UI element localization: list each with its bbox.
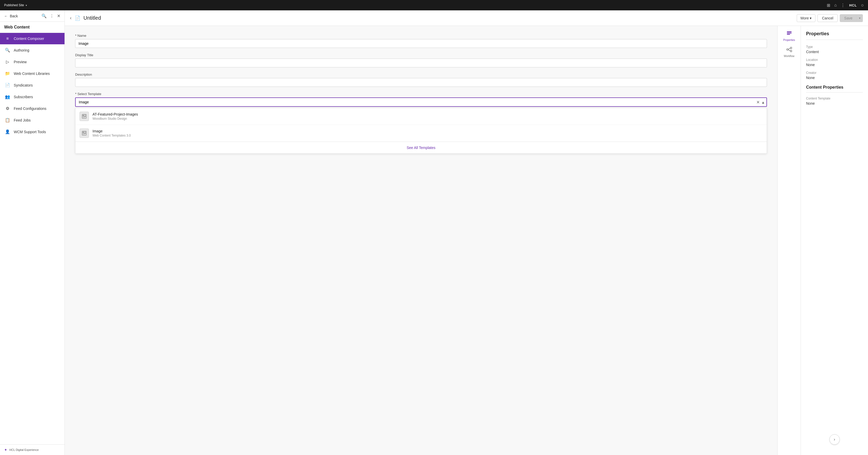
sidebar-header-icons: 🔍 ⋮ ✕ [41, 13, 60, 19]
close-icon[interactable]: ✕ [57, 13, 60, 19]
save-dropdown-button[interactable]: ▾ [857, 14, 863, 22]
prop-location-value: None [806, 63, 863, 67]
svg-rect-4 [83, 117, 86, 117]
hcl-logo: HCL [849, 3, 857, 7]
search-icon[interactable]: 🔍 [41, 13, 46, 19]
template-text-2: Image Web Content Templates 3.0 [93, 129, 131, 137]
navigate-forward-button[interactable]: › [829, 434, 840, 445]
svg-rect-10 [83, 133, 86, 134]
save-button[interactable]: Save [840, 14, 857, 22]
more-dots-icon[interactable]: ⋮ [841, 3, 845, 8]
syndicators-icon: 📄 [5, 83, 10, 88]
preview-icon: ▷ [5, 59, 10, 64]
dropdown-chevron-icon[interactable]: ▾ [26, 4, 27, 7]
template-option-image[interactable]: Image Web Content Templates 3.0 [75, 125, 767, 142]
prop-type-value: Content [806, 50, 863, 54]
description-field-group: Description [75, 72, 767, 87]
prop-content-template-label: Content Template [806, 97, 863, 100]
select-template-wrapper: ✕ ▲ [75, 97, 767, 107]
sidebar-item-label: Feed Configurations [14, 107, 46, 111]
cancel-button[interactable]: Cancel [817, 14, 838, 22]
content-back-button[interactable]: ‹ [70, 15, 71, 21]
template-icon-1 [80, 112, 89, 121]
form-properties-container: * Name Display Title Description * Selec… [65, 26, 868, 455]
right-panel: Properties Workflow Properties Type Cont [777, 26, 868, 455]
properties-icon [786, 31, 792, 37]
home-icon[interactable]: ⌂ [834, 3, 837, 7]
user-icon[interactable]: ○ [861, 3, 864, 8]
template-name-2: Image [93, 129, 131, 133]
select-chevron-icon[interactable]: ▲ [761, 100, 765, 104]
sidebar-nav: ≡ Content Composer 🔍 Authoring ▷ Preview… [0, 33, 64, 444]
feed-config-icon: ⚙ [5, 106, 10, 111]
see-all-templates-link[interactable]: See All Templates [75, 142, 767, 153]
sidebar-item-subscribers[interactable]: 👥 Subscribers [0, 91, 64, 102]
name-field-group: * Name [75, 34, 767, 48]
back-button[interactable]: ← Back [4, 14, 18, 18]
display-title-input[interactable] [75, 59, 767, 67]
svg-line-19 [788, 50, 790, 51]
back-label: Back [10, 14, 18, 18]
sidebar-item-label: Subscribers [14, 95, 33, 99]
sidebar-item-label: Feed Jobs [14, 118, 31, 122]
template-text-1: AT-Featured-Project-Images Woodburn Stud… [93, 112, 138, 120]
panel-tab-workflow[interactable]: Workflow [778, 44, 801, 60]
wcm-tools-icon: 👤 [5, 129, 10, 134]
footer-label: HCL Digital Experience [9, 448, 39, 451]
select-icons: ✕ ▲ [756, 100, 765, 105]
prop-creator-label: Creator [806, 71, 863, 74]
name-input[interactable] [75, 39, 767, 48]
feed-jobs-icon: 📋 [5, 118, 10, 123]
sidebar-item-label: WCM Support Tools [14, 130, 46, 134]
grid-icon[interactable]: ⊞ [827, 3, 830, 8]
sidebar-footer: ✦ HCL Digital Experience [0, 444, 64, 455]
more-button[interactable]: More ▾ [797, 14, 816, 22]
sidebar-item-wcm-support-tools[interactable]: 👤 WCM Support Tools [0, 126, 64, 138]
save-button-group: Save ▾ [840, 14, 863, 22]
description-input[interactable] [75, 78, 767, 87]
document-icon: 📄 [74, 15, 80, 21]
prop-content-template: Content Template None [806, 97, 863, 105]
sidebar-item-authoring[interactable]: 🔍 Authoring [0, 44, 64, 56]
svg-line-18 [788, 48, 790, 49]
sidebar-item-syndicators[interactable]: 📄 Syndicators [0, 79, 64, 91]
panel-tab-properties-label: Properties [783, 39, 795, 41]
content-composer-icon: ≡ [5, 36, 10, 41]
svg-rect-1 [83, 115, 84, 116]
select-template-field-group: * Select Template ✕ ▲ [75, 92, 767, 154]
content-properties-title: Content Properties [806, 85, 863, 92]
template-sub-2: Web Content Templates 3.0 [93, 134, 131, 137]
svg-rect-12 [787, 31, 792, 32]
svg-point-17 [790, 50, 792, 52]
select-template-input[interactable] [75, 97, 767, 107]
display-title-label: Display Title [75, 53, 767, 57]
properties-title: Properties [806, 31, 863, 40]
content-header-right: More ▾ Cancel Save ▾ [797, 14, 863, 22]
published-site-label[interactable]: Published Site [4, 3, 24, 7]
template-option-at-featured[interactable]: AT-Featured-Project-Images Woodburn Stud… [75, 108, 767, 125]
svg-point-16 [790, 47, 792, 49]
workflow-icon [786, 47, 792, 54]
libraries-icon: 📁 [5, 71, 10, 76]
name-label: * Name [75, 34, 767, 37]
svg-rect-14 [787, 34, 790, 35]
prop-content-template-value: None [806, 101, 863, 105]
select-clear-icon[interactable]: ✕ [756, 100, 760, 105]
sidebar-item-label: Syndicators [14, 83, 33, 87]
back-arrow-icon: ← [4, 14, 8, 18]
subscribers-icon: 👥 [5, 94, 10, 99]
sidebar-item-content-composer[interactable]: ≡ Content Composer [0, 33, 64, 44]
top-bar-left: Published Site ▾ [4, 3, 27, 7]
sidebar-item-feed-jobs[interactable]: 📋 Feed Jobs [0, 114, 64, 126]
main-container: ← Back 🔍 ⋮ ✕ Web Content ≡ Content Compo… [0, 10, 868, 455]
panel-tab-properties[interactable]: Properties [778, 28, 801, 44]
more-icon[interactable]: ⋮ [50, 13, 54, 19]
sidebar-title: Web Content [0, 22, 64, 33]
content-header-left: ‹ 📄 Untitled [70, 15, 101, 21]
content-header: ‹ 📄 Untitled More ▾ Cancel Save ▾ [65, 10, 868, 26]
prop-creator-value: None [806, 75, 863, 80]
prop-creator: Creator None [806, 71, 863, 80]
sidebar-item-feed-configurations[interactable]: ⚙ Feed Configurations [0, 102, 64, 114]
sidebar-item-web-content-libraries[interactable]: 📁 Web Content Libraries [0, 68, 64, 79]
sidebar-item-preview[interactable]: ▷ Preview [0, 56, 64, 68]
